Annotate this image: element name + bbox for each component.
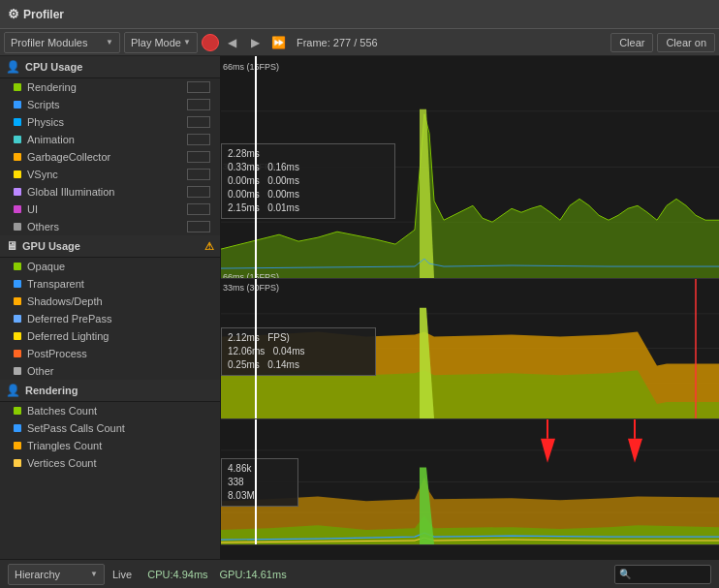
rendering-color xyxy=(14,83,21,91)
sidebar-item-others[interactable]: Others xyxy=(0,218,220,235)
record-button[interactable] xyxy=(202,34,219,51)
postprocess-label: PostProcess xyxy=(27,348,210,359)
profiler-tab[interactable]: ⚙ Profiler xyxy=(8,7,64,21)
rendering-label: Rendering xyxy=(27,81,183,93)
others-color xyxy=(14,223,21,231)
cpu-section-label: CPU Usage xyxy=(25,61,82,73)
setpass-color xyxy=(14,424,21,432)
sidebar-item-postprocess[interactable]: PostProcess xyxy=(0,345,220,362)
opaque-color xyxy=(14,263,21,270)
postprocess-color xyxy=(14,350,21,357)
vsync-label: VSync xyxy=(27,169,183,180)
gi-label: Global Illumination xyxy=(27,186,183,198)
gpu-warning-icon: ⚠ xyxy=(204,240,214,253)
play-mode-label: Play Mode xyxy=(131,37,181,48)
nav-prev-start[interactable]: ◀ xyxy=(223,33,242,52)
clear-on-button[interactable]: Clear on xyxy=(657,33,715,52)
sidebar-item-ui[interactable]: UI xyxy=(0,201,220,218)
svg-text:33ms (30FPS): 33ms (30FPS) xyxy=(223,163,279,172)
sidebar-item-rendering[interactable]: Rendering xyxy=(0,78,220,96)
sidebar-item-transparent[interactable]: Transparent xyxy=(0,275,220,293)
sidebar-item-deferred-prepass[interactable]: Deferred PrePass xyxy=(0,310,220,327)
physics-label: Physics xyxy=(27,116,183,128)
shadows-label: Shadows/Depth xyxy=(27,295,210,307)
gpu-section-header: 🖥 GPU Usage ⚠ xyxy=(0,235,220,258)
play-mode-dropdown[interactable]: Play Mode ▼ xyxy=(124,32,198,53)
sidebar-item-gi[interactable]: Global Illumination xyxy=(0,183,220,201)
cpu-chart-section: 66ms (15FPS) 33ms (30FPS) 66ms (15FPS) 2… xyxy=(221,56,719,279)
render-section-header: 👤 Rendering xyxy=(0,380,220,402)
gi-color xyxy=(14,188,21,196)
sidebar-item-animation[interactable]: Animation xyxy=(0,131,220,148)
modules-dropdown-arrow: ▼ xyxy=(106,38,113,46)
sidebar-item-scripts[interactable]: Scripts xyxy=(0,96,220,113)
sidebar-item-other-gpu[interactable]: Other xyxy=(0,362,220,380)
scripts-graph xyxy=(187,99,210,110)
hierarchy-arrow: ▼ xyxy=(90,570,98,578)
sidebar-item-batches[interactable]: Batches Count xyxy=(0,402,220,419)
other-gpu-color xyxy=(14,367,21,375)
shadows-color xyxy=(14,297,21,305)
vertices-color xyxy=(14,459,21,467)
render-chart-section: 4.86k 338 8.03M xyxy=(221,419,719,545)
setpass-label: SetPass Calls Count xyxy=(27,422,210,434)
physics-graph xyxy=(187,116,210,128)
profiler-tab-label: Profiler xyxy=(23,8,64,21)
sidebar-item-vsync[interactable]: VSync xyxy=(0,166,220,183)
ui-graph xyxy=(187,203,210,215)
nav-next-end[interactable]: ⏩ xyxy=(269,33,289,52)
gi-graph xyxy=(187,186,210,198)
others-label: Others xyxy=(27,221,183,232)
status-bar: Hierarchy ▼ Live CPU:4.94ms GPU:14.61ms xyxy=(0,559,719,588)
others-graph xyxy=(187,221,210,232)
animation-graph xyxy=(187,134,210,145)
deferred-lighting-color xyxy=(14,332,21,340)
modules-label: Profiler Modules xyxy=(11,37,87,48)
svg-text:66ms (15FPS): 66ms (15FPS) xyxy=(223,272,279,278)
sidebar-item-shadows[interactable]: Shadows/Depth xyxy=(0,293,220,310)
performance-metrics: CPU:4.94ms GPU:14.61ms xyxy=(147,569,286,580)
sidebar-item-setpass[interactable]: SetPass Calls Count xyxy=(0,419,220,437)
deferred-prepass-color xyxy=(14,315,21,323)
sidebar-item-physics[interactable]: Physics xyxy=(0,113,220,131)
transparent-color xyxy=(14,280,21,288)
scripts-color xyxy=(14,101,21,108)
nav-prev[interactable]: ▶ xyxy=(246,33,266,52)
animation-color xyxy=(14,136,21,143)
clear-button[interactable]: Clear xyxy=(610,33,653,52)
deferred-prepass-label: Deferred PrePass xyxy=(27,313,210,325)
svg-text:33ms (30FPS): 33ms (30FPS) xyxy=(223,283,279,293)
render-section-label: Rendering xyxy=(25,385,78,396)
gc-graph xyxy=(187,151,210,163)
cpu-section-header: 👤 CPU Usage xyxy=(0,56,220,78)
svg-text:66ms (15FPS): 66ms (15FPS) xyxy=(223,62,279,72)
tab-bar: ⚙ Profiler xyxy=(0,0,719,29)
cpu-icon: 👤 xyxy=(6,60,20,74)
sidebar-item-deferred-lighting[interactable]: Deferred Lighting xyxy=(0,327,220,345)
batches-label: Batches Count xyxy=(27,405,210,417)
ui-label: UI xyxy=(27,203,183,215)
gpu-chart-section: 33ms (30FPS) 2.12ms FPS) 12.06ms 0.04ms … xyxy=(221,279,719,419)
triangles-label: Triangles Count xyxy=(27,440,210,451)
search-input[interactable] xyxy=(614,565,711,584)
cpu-chart-svg: 66ms (15FPS) 33ms (30FPS) 66ms (15FPS) xyxy=(221,56,719,278)
render-icon: 👤 xyxy=(6,384,20,397)
sidebar-item-gc[interactable]: GarbageCollector xyxy=(0,148,220,166)
sidebar-item-triangles[interactable]: Triangles Count xyxy=(0,437,220,454)
play-mode-arrow: ▼ xyxy=(183,38,191,46)
modules-dropdown[interactable]: Profiler Modules ▼ xyxy=(4,32,120,53)
sidebar-item-opaque[interactable]: Opaque xyxy=(0,258,220,275)
vsync-graph xyxy=(187,169,210,180)
opaque-label: Opaque xyxy=(27,261,210,272)
frame-counter: Frame: 277 / 556 xyxy=(297,37,378,48)
gpu-metric: GPU:14.61ms xyxy=(220,569,287,580)
batches-color xyxy=(14,407,21,415)
chart-area[interactable]: 66ms (15FPS) 33ms (30FPS) 66ms (15FPS) 2… xyxy=(221,56,719,559)
hierarchy-dropdown[interactable]: Hierarchy ▼ xyxy=(8,564,105,585)
main-content: 👤 CPU Usage Rendering Scripts Physics An… xyxy=(0,56,719,559)
sidebar-item-vertices[interactable]: Vertices Count xyxy=(0,454,220,472)
gpu-section-label: GPU Usage xyxy=(22,240,80,252)
toolbar: Profiler Modules ▼ Play Mode ▼ ◀ ▶ ⏩ Fra… xyxy=(0,29,719,56)
deferred-lighting-label: Deferred Lighting xyxy=(27,330,210,342)
gpu-chart-svg: 33ms (30FPS) xyxy=(221,279,719,418)
